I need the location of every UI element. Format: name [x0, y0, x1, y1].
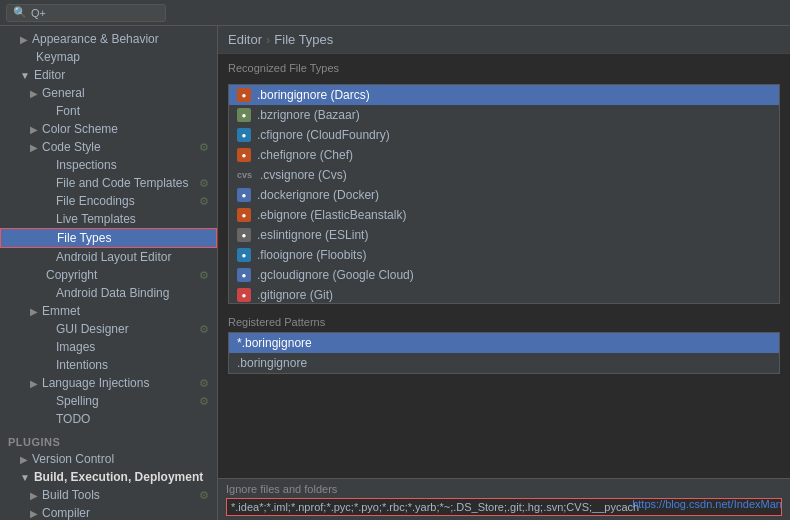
- file-type-item[interactable]: ● .gitignore (Git): [229, 285, 779, 304]
- file-type-item[interactable]: ● .ebignore (ElasticBeanstalk): [229, 205, 779, 225]
- file-type-icon: ●: [237, 88, 251, 102]
- file-type-name: .eslintignore (ESLint): [257, 228, 368, 242]
- file-type-name: .ebignore (ElasticBeanstalk): [257, 208, 406, 222]
- ignore-files-label: Ignore files and folders: [226, 483, 782, 495]
- sidebar-item-code-style[interactable]: ▶ Code Style ⚙: [0, 138, 217, 156]
- gear-icon: ⚙: [199, 177, 209, 190]
- file-type-icon: ●: [237, 148, 251, 162]
- sidebar-item-appearance[interactable]: ▶ Appearance & Behavior: [0, 30, 217, 48]
- sidebar-item-android-data-binding[interactable]: Android Data Binding: [0, 284, 217, 302]
- sidebar-item-label: Font: [56, 104, 80, 118]
- sidebar-item-label: GUI Designer: [56, 322, 129, 336]
- sidebar-item-live-templates[interactable]: Live Templates: [0, 210, 217, 228]
- file-type-icon: ●: [237, 128, 251, 142]
- sidebar-item-general[interactable]: ▶ General: [0, 84, 217, 102]
- sidebar-item-file-code-templates[interactable]: File and Code Templates ⚙: [0, 174, 217, 192]
- gear-icon: ⚙: [199, 141, 209, 154]
- sidebar-item-label: File and Code Templates: [56, 176, 189, 190]
- gear-icon: ⚙: [199, 269, 209, 282]
- content-header: Editor › File Types: [218, 26, 790, 54]
- file-type-name: .flooignore (Floobits): [257, 248, 366, 262]
- sidebar-item-emmet[interactable]: ▶ Emmet: [0, 302, 217, 320]
- file-type-icon: ●: [237, 108, 251, 122]
- sidebar-item-label: Build, Execution, Deployment: [34, 470, 203, 484]
- file-type-item[interactable]: ● .cfignore (CloudFoundry): [229, 125, 779, 145]
- sidebar-item-images[interactable]: Images: [0, 338, 217, 356]
- file-type-item[interactable]: ● .bzrignore (Bazaar): [229, 105, 779, 125]
- sidebar-item-compiler[interactable]: ▶ Compiler: [0, 504, 217, 520]
- sidebar-item-label: Android Data Binding: [56, 286, 169, 300]
- arrow-icon: ▶: [20, 454, 28, 465]
- file-type-item[interactable]: cvs .cvsignore (Cvs): [229, 165, 779, 185]
- sidebar-item-color-scheme[interactable]: ▶ Color Scheme: [0, 120, 217, 138]
- search-icon: 🔍: [13, 6, 27, 19]
- sidebar-item-version-control[interactable]: ▶ Version Control: [0, 450, 217, 468]
- sidebar-item-label: Emmet: [42, 304, 80, 318]
- breadcrumb-current: File Types: [274, 32, 333, 47]
- arrow-icon: ▶: [30, 490, 38, 501]
- sidebar-item-file-encodings[interactable]: File Encodings ⚙: [0, 192, 217, 210]
- sidebar-item-gui-designer[interactable]: GUI Designer ⚙: [0, 320, 217, 338]
- sidebar-item-label: Spelling: [56, 394, 99, 408]
- file-type-item[interactable]: ● .dockerignore (Docker): [229, 185, 779, 205]
- file-type-icon: ●: [237, 288, 251, 302]
- registered-patterns-title: Registered Patterns: [228, 316, 780, 328]
- gear-icon: ⚙: [199, 377, 209, 390]
- sidebar-item-build-execution[interactable]: ▼ Build, Execution, Deployment: [0, 468, 217, 486]
- sidebar-item-android-layout[interactable]: Android Layout Editor: [0, 248, 217, 266]
- sidebar-item-intentions[interactable]: Intentions: [0, 356, 217, 374]
- sidebar-item-label: TODO: [56, 412, 90, 426]
- arrow-icon: ▶: [30, 306, 38, 317]
- file-type-icon: ●: [237, 228, 251, 242]
- gear-icon: ⚙: [199, 195, 209, 208]
- file-type-name: .chefignore (Chef): [257, 148, 353, 162]
- ignore-files-value: *.idea*;*.iml;*.nprof;*.pyc;*.pyo;*.rbc;…: [231, 501, 639, 513]
- file-type-name: .gcloudignore (Google Cloud): [257, 268, 414, 282]
- registered-pattern-item[interactable]: *.boringignore: [229, 333, 779, 353]
- file-type-item[interactable]: ● .gcloudignore (Google Cloud): [229, 265, 779, 285]
- gear-icon: ⚙: [199, 323, 209, 336]
- recognized-file-types-title: Recognized File Types: [228, 62, 780, 74]
- registered-pattern-item[interactable]: .boringignore: [229, 353, 779, 373]
- gear-icon: ⚙: [199, 489, 209, 502]
- arrow-icon: ▼: [20, 472, 30, 483]
- file-type-name: .dockerignore (Docker): [257, 188, 379, 202]
- sidebar-item-label: Images: [56, 340, 95, 354]
- sidebar-item-label: General: [42, 86, 85, 100]
- sidebar-item-editor[interactable]: ▼ Editor: [0, 66, 217, 84]
- file-type-name: .cvsignore (Cvs): [260, 168, 347, 182]
- arrow-icon: ▶: [30, 124, 38, 135]
- sidebar-item-label: Inspections: [56, 158, 117, 172]
- sidebar-item-todo[interactable]: TODO: [0, 410, 217, 428]
- file-type-name: .cfignore (CloudFoundry): [257, 128, 390, 142]
- content-area: Editor › File Types Recognized File Type…: [218, 26, 790, 520]
- sidebar-item-label: Version Control: [32, 452, 114, 466]
- sidebar-item-build-tools[interactable]: ▶ Build Tools ⚙: [0, 486, 217, 504]
- sidebar-item-label: Android Layout Editor: [56, 250, 171, 264]
- sidebar-item-label: Copyright: [46, 268, 97, 282]
- sidebar-item-copyright[interactable]: Copyright ⚙: [0, 266, 217, 284]
- sidebar-item-keymap[interactable]: Keymap: [0, 48, 217, 66]
- registered-patterns-list: *.boringignore .boringignore: [228, 332, 780, 374]
- sidebar-item-label: Appearance & Behavior: [32, 32, 159, 46]
- registered-section: Registered Patterns *.boringignore .bori…: [228, 316, 780, 374]
- ignore-files-input[interactable]: *.idea*;*.iml;*.nprof;*.pyc;*.pyo;*.rbc;…: [226, 498, 782, 516]
- arrow-icon: ▶: [30, 378, 38, 389]
- sidebar-item-language-injections[interactable]: ▶ Language Injections ⚙: [0, 374, 217, 392]
- arrow-icon: ▶: [30, 142, 38, 153]
- sidebar-item-label: Build Tools: [42, 488, 100, 502]
- sidebar-item-font[interactable]: Font: [0, 102, 217, 120]
- file-type-icon: cvs: [237, 168, 254, 182]
- main-layout: ▶ Appearance & Behavior Keymap ▼ Editor …: [0, 26, 790, 520]
- file-type-icon: ●: [237, 248, 251, 262]
- sidebar-item-inspections[interactable]: Inspections: [0, 156, 217, 174]
- file-type-item[interactable]: ● .eslintignore (ESLint): [229, 225, 779, 245]
- file-type-item[interactable]: ● .chefignore (Chef): [229, 145, 779, 165]
- arrow-icon: ▼: [20, 70, 30, 81]
- search-box[interactable]: 🔍 Q+: [6, 4, 166, 22]
- sidebar-item-file-types[interactable]: File Types: [0, 228, 217, 248]
- file-type-item[interactable]: ● .boringignore (Darcs): [229, 85, 779, 105]
- file-type-item[interactable]: ● .flooignore (Floobits): [229, 245, 779, 265]
- sidebar-item-spelling[interactable]: Spelling ⚙: [0, 392, 217, 410]
- content-body: Recognized File Types ● .boringignore (D…: [218, 54, 790, 478]
